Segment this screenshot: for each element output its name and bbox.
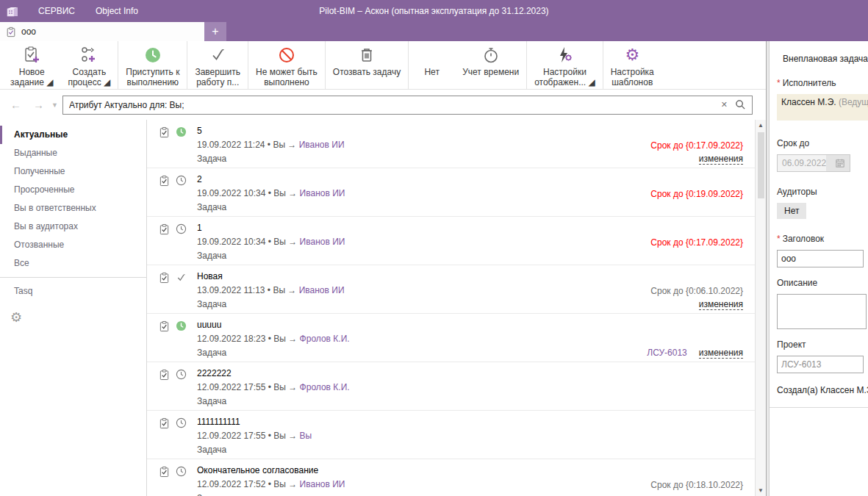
clipboard-icon (6, 26, 16, 37)
task-clipboard-icon (159, 272, 170, 284)
title-input[interactable] (777, 250, 864, 267)
auditors-button[interactable]: Нет (777, 203, 806, 219)
recipient-link[interactable]: Вы (300, 431, 312, 441)
executor-value[interactable]: Классен М.Э. (Ведущ (777, 94, 868, 121)
create-process-label2: процесс ◢ (68, 77, 110, 87)
due-date: Срок до {0:19.09.2022} (586, 187, 743, 201)
due-date-field[interactable]: 06.09.2022 (777, 154, 850, 172)
task-title: 5 (197, 126, 586, 136)
recipient-link[interactable]: Иванов ИИ (299, 140, 345, 150)
task-type: Задача (197, 445, 586, 455)
history-dropdown-icon[interactable]: ▼ (50, 101, 62, 109)
project-input[interactable] (777, 356, 864, 373)
status-clock-icon (176, 223, 187, 234)
task-type: Задача (197, 348, 586, 358)
changes-link[interactable]: изменения (699, 299, 743, 310)
scroll-up-icon[interactable]: ▲ (758, 120, 764, 131)
new-task-button[interactable]: Новое задание ◢ (3, 41, 60, 89)
due-date: Срок до {0:17.09.2022} (586, 139, 743, 152)
sidebar-settings-gear-icon[interactable]: ⚙ (0, 301, 146, 326)
status-clock-icon (176, 466, 187, 477)
no-button[interactable]: Нет (408, 41, 455, 89)
scrollbar-thumb[interactable] (758, 132, 764, 198)
task-row[interactable]: 1111111111 12.09.2022 17:55 • Вы → Вы За… (147, 411, 755, 459)
project-link[interactable]: ЛСУ-6013 (647, 348, 686, 358)
templates-settings-button[interactable]: ⚙ Настройка шаблонов (603, 41, 661, 89)
tab-active[interactable]: ooo (0, 22, 204, 41)
new-task-icon (22, 46, 41, 65)
scroll-down-icon[interactable]: ▼ (758, 485, 764, 496)
task-row[interactable]: uuuuu 12.09.2022 18:23 • Вы → Фролов К.И… (147, 314, 755, 362)
create-process-label: Создать (73, 67, 107, 77)
search-input[interactable] (63, 100, 715, 110)
recipient-link[interactable]: Иванов ИИ (300, 479, 345, 489)
revoke-task-label: Отозвать задачу (333, 67, 401, 77)
tab-label: ooo (21, 26, 36, 37)
finish-task-button[interactable]: Завершить работу п... (187, 41, 248, 89)
task-row[interactable]: Новая 13.09.2022 11:13 • Вы → Иванов ИИ … (147, 265, 755, 314)
task-row[interactable]: 2 19.09.2022 10:34 • Вы → Иванов ИИ Зада… (147, 168, 755, 217)
recipient-link[interactable]: Фролов К.И. (300, 382, 350, 392)
templates-gear-icon: ⚙ (625, 46, 639, 65)
task-title: 1111111111 (197, 417, 586, 427)
start-task-label2: выполнению (127, 77, 179, 87)
task-type: Задача (197, 493, 586, 496)
task-row[interactable]: 2222222 12.09.2022 17:55 • Вы → Фролов К… (147, 362, 755, 411)
changes-link[interactable]: изменения (699, 348, 743, 359)
menu-object-info[interactable]: Object Info (85, 0, 148, 22)
menu-service[interactable]: СЕРВИС (28, 0, 85, 22)
time-tracking-button[interactable]: Учет времени (455, 41, 526, 89)
display-settings-button[interactable]: Настройки отображен... ◢ (526, 41, 603, 89)
templates-settings-label2: шаблонов (611, 77, 653, 87)
task-clipboard-icon (159, 369, 170, 381)
task-type: Задача (197, 396, 586, 406)
recipient-link[interactable]: Иванов ИИ (300, 237, 345, 247)
recipient-link[interactable]: Фролов К.И. (300, 334, 350, 344)
finish-task-label: Завершить (195, 67, 240, 77)
description-input[interactable] (777, 294, 867, 329)
add-tab-button[interactable]: + (204, 22, 226, 41)
create-process-icon (79, 46, 98, 65)
start-task-label: Приступить к (126, 67, 179, 77)
sidebar-item-all[interactable]: Все (0, 254, 146, 273)
create-process-button[interactable]: Создать процесс ◢ (60, 41, 118, 89)
templates-settings-label: Настройка (611, 67, 654, 77)
new-task-label: Новое (19, 67, 45, 77)
executor-label: *Исполнитель (777, 78, 868, 88)
due-date: Срок до {0:18.10.2022} (586, 478, 743, 492)
sidebar-item-actual[interactable]: Актуальные (0, 126, 146, 144)
sidebar-item-issued[interactable]: Выданные (0, 144, 146, 162)
task-title: 2222222 (197, 368, 586, 378)
task-meta: 19.09.2022 11:24 • Вы → Иванов ИИ (197, 140, 586, 150)
sidebar-item-tasq[interactable]: Tasq (0, 282, 146, 301)
task-title: Окончательное согласование (197, 465, 586, 475)
sidebar-item-auditor[interactable]: Вы в аудиторах (0, 218, 146, 236)
display-settings-label: Настройки (543, 67, 587, 77)
new-task-label2: задание ◢ (10, 77, 53, 87)
sidebar-item-received[interactable]: Полученные (0, 162, 146, 181)
calendar-icon[interactable] (826, 155, 850, 171)
task-row[interactable]: 5 19.09.2022 11:24 • Вы → Иванов ИИ Зада… (147, 120, 755, 168)
recipient-link[interactable]: Иванов ИИ (299, 285, 345, 295)
recipient-link[interactable]: Иванов ИИ (300, 188, 345, 198)
sidebar-item-responsible[interactable]: Вы в ответственных (0, 199, 146, 218)
cannot-complete-button[interactable]: Не может быть выполнено (248, 41, 325, 89)
task-meta: 12.09.2022 17:55 • Вы → Фролов К.И. (197, 382, 586, 392)
status-check-icon (176, 272, 187, 283)
search-icon[interactable] (735, 99, 746, 110)
finish-task-label2: работу п... (196, 77, 239, 87)
forward-arrow-icon[interactable]: → (27, 98, 50, 111)
list-scrollbar[interactable]: ▲ ▼ (755, 120, 766, 496)
no-label: Нет (424, 67, 439, 77)
sidebar-item-revoked[interactable]: Отозванные (0, 236, 146, 254)
project-label: Проект (777, 339, 868, 350)
task-row[interactable]: 1 19.09.2022 10:34 • Вы → Иванов ИИ Зада… (147, 217, 755, 265)
start-task-button[interactable]: Приступить к выполнению (118, 41, 187, 89)
panel-header: Внеплановая задача (777, 53, 868, 65)
changes-link[interactable]: изменения (699, 154, 743, 165)
sidebar-item-overdue[interactable]: Просроченные (0, 181, 146, 199)
revoke-task-button[interactable]: Отозвать задачу (325, 41, 408, 89)
task-row[interactable]: Окончательное согласование 12.09.2022 17… (147, 459, 755, 496)
back-arrow-icon[interactable]: ← (4, 98, 27, 111)
clear-search-icon[interactable]: ✕ (715, 100, 734, 109)
